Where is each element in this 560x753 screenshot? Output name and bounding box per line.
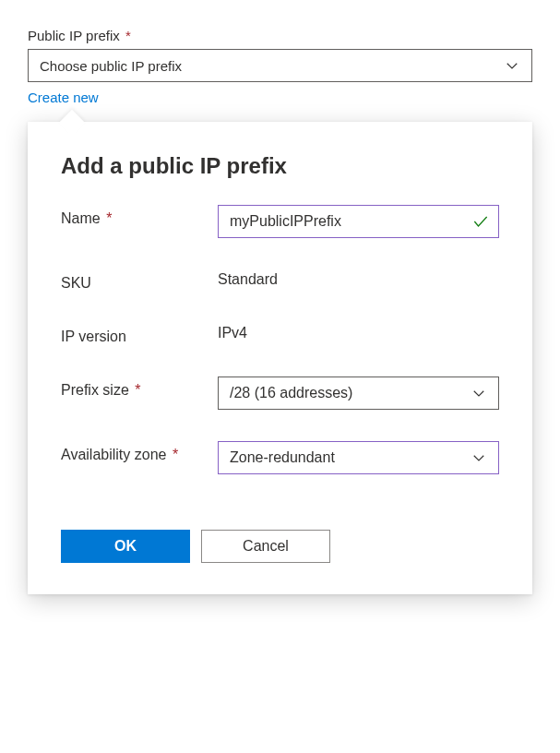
prefix-size-label: Prefix size * [61,376,218,399]
required-asterisk: * [135,382,140,398]
ip-version-value: IPv4 [218,323,499,341]
chevron-down-icon [471,385,487,401]
availability-zone-select[interactable]: Zone-redundant [218,441,499,474]
sku-label: SKU [61,269,218,292]
name-input[interactable] [218,205,499,238]
popover-title: Add a public IP prefix [61,153,499,179]
availability-zone-value: Zone-redundant [230,449,335,466]
required-asterisk: * [125,28,131,43]
chevron-down-icon [471,449,487,466]
public-ip-prefix-dropdown[interactable]: Choose public IP prefix [28,49,532,82]
name-label: Name * [61,205,218,227]
prefix-size-value: /28 (16 addresses) [230,385,352,401]
required-asterisk: * [173,447,178,462]
add-prefix-popover: Add a public IP prefix Name * SKU Standa… [28,122,532,594]
cancel-button[interactable]: Cancel [201,530,330,563]
ip-version-label: IP version [61,323,218,345]
availability-zone-label: Availability zone * [61,441,218,463]
create-new-link[interactable]: Create new [28,90,99,105]
public-ip-prefix-label: Public IP prefix * [28,28,532,43]
required-asterisk: * [106,210,112,226]
sku-value: Standard [218,269,499,288]
dropdown-placeholder: Choose public IP prefix [40,58,182,74]
ok-button[interactable]: OK [61,530,190,563]
prefix-size-select[interactable]: /28 (16 addresses) [218,376,499,410]
chevron-down-icon [504,57,520,74]
check-icon [471,212,490,231]
